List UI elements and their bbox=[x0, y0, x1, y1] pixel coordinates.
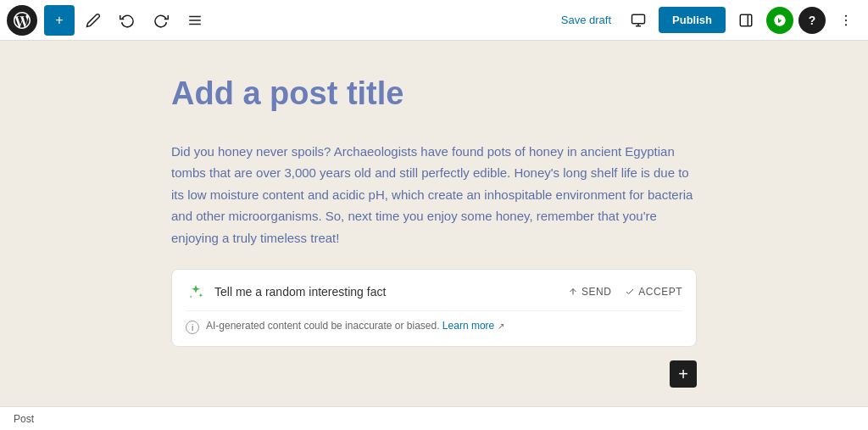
undo-button[interactable] bbox=[112, 5, 142, 36]
svg-point-10 bbox=[845, 24, 847, 25]
add-block-area: + bbox=[171, 360, 697, 388]
more-options-button[interactable] bbox=[831, 5, 861, 36]
post-title[interactable]: Add a post title bbox=[171, 75, 697, 114]
add-block-inline-button[interactable]: + bbox=[670, 360, 697, 388]
ai-disclaimer-text: AI-generated content could be inaccurate… bbox=[206, 320, 504, 332]
status-bar: Post bbox=[0, 406, 868, 430]
post-type-label: Post bbox=[14, 413, 34, 425]
publish-button[interactable]: Publish bbox=[659, 7, 726, 33]
jetpack-button[interactable] bbox=[766, 7, 793, 34]
ai-accept-button[interactable]: ACCEPT bbox=[625, 286, 682, 298]
jetpack-icon bbox=[773, 14, 787, 27]
ai-prompt-text: Tell me a random interesting fact bbox=[214, 285, 559, 299]
list-view-icon bbox=[187, 13, 203, 28]
more-options-icon bbox=[838, 13, 854, 28]
list-view-button[interactable] bbox=[180, 5, 210, 36]
toolbar: + Save draft bbox=[0, 0, 868, 41]
ai-learn-more-link[interactable]: Learn more bbox=[442, 320, 494, 332]
ai-disclaimer: i AI-generated content could be inaccura… bbox=[186, 310, 682, 334]
send-icon bbox=[568, 287, 578, 297]
toolbar-right: Save draft Publish ? bbox=[554, 5, 861, 36]
ai-actions: SEND ACCEPT bbox=[568, 286, 682, 298]
main-content: Add a post title Did you honey never spo… bbox=[0, 41, 868, 406]
wp-logo[interactable] bbox=[7, 5, 37, 36]
ai-send-button[interactable]: SEND bbox=[568, 286, 611, 298]
ai-disclaimer-icon: i bbox=[186, 321, 199, 334]
sidebar-icon bbox=[738, 13, 754, 28]
svg-rect-6 bbox=[740, 14, 752, 26]
svg-point-8 bbox=[845, 14, 847, 16]
tools-button[interactable] bbox=[78, 5, 108, 36]
post-body[interactable]: Did you honey never spoils? Archaeologis… bbox=[171, 141, 697, 249]
help-button[interactable]: ? bbox=[798, 7, 826, 34]
redo-button[interactable] bbox=[146, 5, 176, 36]
wp-logo-icon bbox=[14, 12, 31, 29]
redo-icon bbox=[153, 13, 169, 28]
accept-icon bbox=[625, 287, 635, 297]
ai-suggestion-top: Tell me a random interesting fact SEND bbox=[186, 282, 682, 302]
add-block-button[interactable]: + bbox=[44, 5, 75, 36]
svg-point-9 bbox=[845, 19, 847, 20]
ai-suggestion-box: Tell me a random interesting fact SEND bbox=[171, 269, 697, 347]
pencil-icon bbox=[86, 13, 101, 28]
external-link-icon: ↗ bbox=[498, 321, 504, 331]
svg-rect-3 bbox=[632, 14, 645, 24]
ai-sparkle-icon bbox=[187, 283, 204, 300]
preview-button[interactable] bbox=[623, 5, 654, 36]
undo-icon bbox=[120, 13, 135, 28]
editor-area: Add a post title Did you honey never spo… bbox=[171, 75, 697, 389]
save-draft-button[interactable]: Save draft bbox=[554, 8, 618, 31]
ai-icon bbox=[186, 282, 206, 302]
preview-icon bbox=[631, 13, 646, 28]
sidebar-toggle-button[interactable] bbox=[731, 5, 761, 36]
